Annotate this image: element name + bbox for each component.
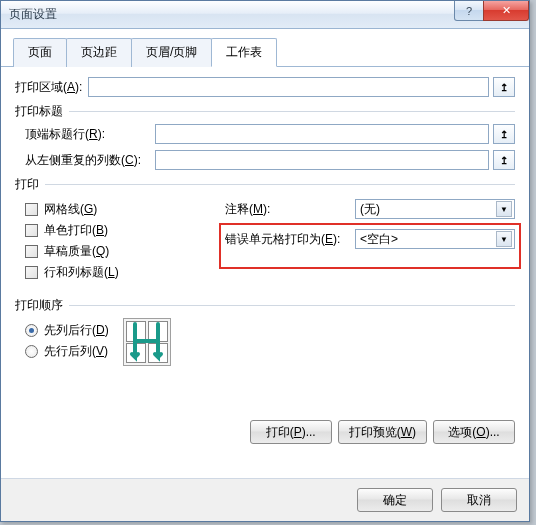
radio-icon (25, 345, 38, 358)
window-controls: ? ✕ (454, 1, 529, 21)
print-area-label: 打印区域(A): (15, 79, 82, 96)
top-row-label: 顶端标题行(R): (25, 126, 155, 143)
window-title: 页面设置 (9, 6, 57, 23)
comments-value: (无) (360, 201, 380, 218)
checkbox-icon (25, 245, 38, 258)
errors-value: <空白> (360, 231, 398, 248)
top-row-row: 顶端标题行(R): ↥ (25, 124, 515, 144)
rowcol-checkbox[interactable]: 行和列标题(L) (25, 264, 225, 281)
comments-dropdown[interactable]: (无) ▼ (355, 199, 515, 219)
print-preview-button[interactable]: 打印预览(W) (338, 420, 427, 444)
highlight-box: 错误单元格打印为(E): <空白> ▼ (219, 223, 521, 269)
page-order-icon (123, 318, 171, 366)
radio-icon (25, 324, 38, 337)
collapse-icon[interactable]: ↥ (493, 124, 515, 144)
chevron-down-icon: ▼ (496, 231, 512, 247)
rowcol-label: 行和列标题(L) (44, 264, 119, 281)
print-area-row: 打印区域(A): ↥ (15, 77, 515, 97)
tab-margins[interactable]: 页边距 (66, 38, 132, 67)
options-button[interactable]: 选项(O)... (433, 420, 515, 444)
close-button[interactable]: ✕ (483, 1, 529, 21)
over-then-down-label: 先行后列(V) (44, 343, 108, 360)
draft-checkbox[interactable]: 草稿质量(Q) (25, 243, 225, 260)
top-row-input[interactable] (155, 124, 489, 144)
chevron-down-icon: ▼ (496, 201, 512, 217)
order-group: 打印顺序 (15, 297, 515, 314)
tab-headerfooter[interactable]: 页眉/页脚 (131, 38, 212, 67)
errors-label: 错误单元格打印为(E): (225, 231, 355, 248)
tab-sheet[interactable]: 工作表 (211, 38, 277, 67)
checkbox-icon (25, 224, 38, 237)
page-setup-dialog: 页面设置 ? ✕ 页面 页边距 页眉/页脚 工作表 打印区域(A): ↥ 打印标… (0, 0, 530, 522)
gridlines-checkbox[interactable]: 网格线(G) (25, 201, 225, 218)
down-then-over-radio[interactable]: 先列后行(D) (25, 322, 109, 339)
action-buttons: 打印(P)... 打印预览(W) 选项(O)... (15, 420, 515, 444)
over-then-down-radio[interactable]: 先行后列(V) (25, 343, 109, 360)
print-titles-group: 打印标题 (15, 103, 515, 120)
down-then-over-label: 先列后行(D) (44, 322, 109, 339)
comments-row: 注释(M): (无) ▼ (225, 199, 515, 219)
errors-dropdown[interactable]: <空白> ▼ (355, 229, 515, 249)
checkbox-icon (25, 266, 38, 279)
tab-page[interactable]: 页面 (13, 38, 67, 67)
left-col-row: 从左侧重复的列数(C): ↥ (25, 150, 515, 170)
dialog-footer: 确定 取消 (1, 478, 529, 521)
left-col-label: 从左侧重复的列数(C): (25, 152, 155, 169)
draft-label: 草稿质量(Q) (44, 243, 109, 260)
gridlines-label: 网格线(G) (44, 201, 97, 218)
print-area-input[interactable] (88, 77, 489, 97)
print-button[interactable]: 打印(P)... (250, 420, 332, 444)
checkbox-icon (25, 203, 38, 216)
mono-checkbox[interactable]: 单色打印(B) (25, 222, 225, 239)
left-col-input[interactable] (155, 150, 489, 170)
collapse-icon[interactable]: ↥ (493, 77, 515, 97)
ok-button[interactable]: 确定 (357, 488, 433, 512)
cancel-button[interactable]: 取消 (441, 488, 517, 512)
errors-row: 错误单元格打印为(E): <空白> ▼ (225, 229, 515, 249)
mono-label: 单色打印(B) (44, 222, 108, 239)
tab-strip: 页面 页边距 页眉/页脚 工作表 (1, 29, 529, 67)
comments-label: 注释(M): (225, 201, 355, 218)
dialog-body: 打印区域(A): ↥ 打印标题 顶端标题行(R): ↥ 从左侧重复的列数(C):… (1, 67, 529, 444)
print-group: 打印 (15, 176, 515, 193)
titlebar[interactable]: 页面设置 ? ✕ (1, 1, 529, 29)
help-button[interactable]: ? (454, 1, 484, 21)
collapse-icon[interactable]: ↥ (493, 150, 515, 170)
